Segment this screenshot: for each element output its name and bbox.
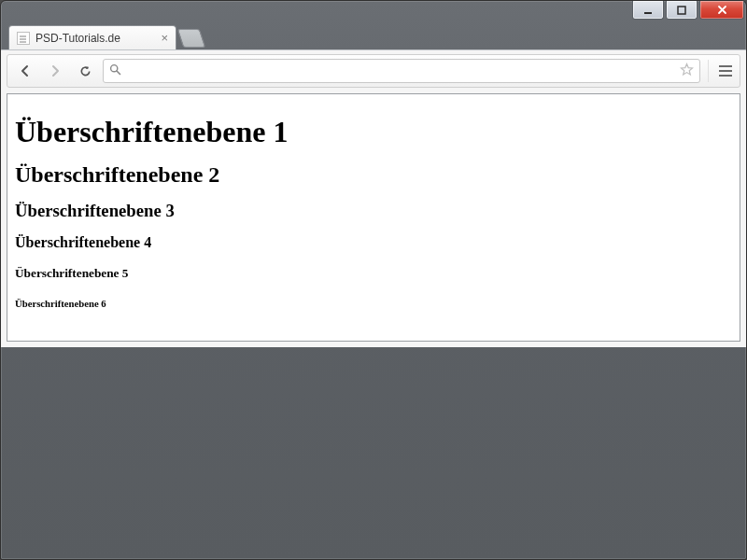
- heading-level-1: Überschriftenebene 1: [15, 115, 732, 149]
- browser-tab[interactable]: PSD-Tutorials.de ×: [8, 25, 176, 49]
- maximize-button[interactable]: [666, 1, 698, 20]
- window-controls: [632, 1, 744, 20]
- svg-line-3: [117, 71, 120, 75]
- address-bar[interactable]: [103, 59, 700, 83]
- reload-icon: [78, 64, 92, 78]
- heading-level-4: Überschriftenebene 4: [15, 234, 732, 251]
- arrow-left-icon: [18, 63, 33, 78]
- tab-title: PSD-Tutorials.de: [35, 32, 120, 45]
- maximize-icon: [677, 6, 686, 15]
- svg-rect-1: [678, 7, 685, 14]
- toolbar: [7, 54, 740, 88]
- toolbar-area: Überschriftenebene 1 Überschriftenebene …: [1, 49, 746, 347]
- tab-close-icon[interactable]: ×: [161, 32, 168, 44]
- minimize-button[interactable]: [632, 1, 664, 20]
- heading-level-2: Überschriftenebene 2: [15, 162, 732, 188]
- page-favicon-icon: [17, 32, 30, 45]
- new-tab-button[interactable]: [177, 29, 205, 48]
- heading-level-6: Überschriftenebene 6: [15, 298, 732, 309]
- address-input[interactable]: [127, 64, 670, 78]
- bookmark-star-icon[interactable]: [680, 63, 694, 80]
- heading-level-3: Überschriftenebene 3: [15, 201, 732, 221]
- tab-strip: PSD-Tutorials.de ×: [1, 25, 746, 49]
- browser-window: PSD-Tutorials.de ×: [0, 0, 747, 560]
- close-icon: [717, 5, 727, 15]
- hamburger-icon: [719, 65, 732, 67]
- minimize-icon: [643, 6, 653, 15]
- svg-rect-0: [644, 12, 652, 14]
- viewport[interactable]: Überschriftenebene 1 Überschriftenebene …: [7, 93, 740, 342]
- heading-level-5: Überschriftenebene 5: [15, 266, 732, 281]
- reload-button[interactable]: [73, 60, 97, 82]
- page-body: Überschriftenebene 1 Überschriftenebene …: [7, 94, 740, 341]
- close-button[interactable]: [699, 1, 744, 20]
- forward-button[interactable]: [43, 60, 67, 82]
- window-titlebar[interactable]: [1, 1, 746, 27]
- menu-button[interactable]: [708, 60, 734, 82]
- arrow-right-icon: [48, 63, 63, 78]
- search-icon: [109, 63, 121, 79]
- back-button[interactable]: [13, 60, 37, 82]
